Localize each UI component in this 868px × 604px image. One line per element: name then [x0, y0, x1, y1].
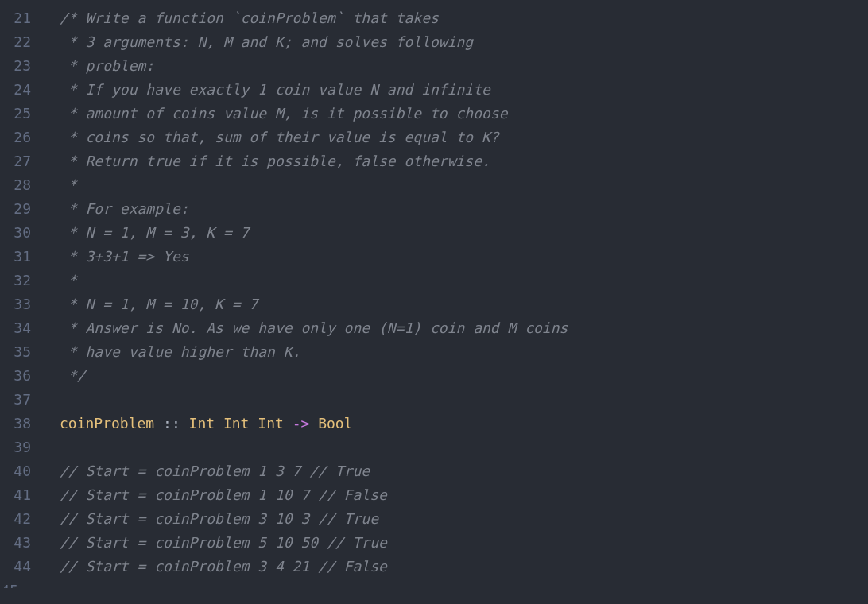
code-area[interactable]: /* Write a function `coinProblem` that t…	[44, 0, 868, 604]
code-line: * N = 1, M = 10, K = 7	[60, 292, 868, 316]
code-line: */	[60, 364, 868, 388]
line-comment: // Start = coinProblem 5 10 50 // True	[60, 534, 387, 551]
code-line	[60, 0, 868, 6]
line-number-gutter: 20 21 22 23 24 25 26 27 28 29 30 31 32 3…	[0, 0, 44, 604]
code-line: * For example:	[60, 197, 868, 221]
line-number: 23	[0, 54, 31, 78]
code-editor[interactable]: 20 21 22 23 24 25 26 27 28 29 30 31 32 3…	[0, 0, 868, 604]
code-line: * N = 1, M = 3, K = 7	[60, 221, 868, 245]
line-comment: // Start = coinProblem 3 10 3 // True	[60, 510, 378, 527]
block-comment: * have value higher than K.	[60, 343, 300, 360]
code-line	[60, 436, 868, 459]
type-operator: ::	[154, 415, 188, 432]
line-number: 43	[0, 531, 31, 555]
block-comment: */	[60, 367, 86, 384]
line-number: 21	[0, 6, 31, 30]
code-line: // Start = coinProblem 5 10 50 // True	[60, 531, 868, 555]
line-number: 38	[0, 412, 31, 436]
code-line: coinProblem :: Int Int Int -> Bool	[60, 412, 868, 436]
code-line	[60, 579, 868, 588]
block-comment: * If you have exactly 1 coin value N and…	[60, 81, 490, 98]
type: Int	[223, 415, 250, 432]
block-comment: * problem:	[60, 57, 154, 74]
line-number: 41	[0, 483, 31, 507]
line-number: 24	[0, 78, 31, 102]
line-number: 27	[0, 149, 31, 173]
block-comment: * 3+3+1 => Yes	[60, 248, 189, 265]
code-line: // Start = coinProblem 1 3 7 // True	[60, 459, 868, 483]
arrow-operator: ->	[293, 415, 310, 432]
code-line: * amount of coins value M, is it possibl…	[60, 102, 868, 126]
line-number: 22	[0, 30, 31, 54]
code-line: * Return true if it is possible, false o…	[60, 149, 868, 173]
line-comment: // Start = coinProblem 3 4 21 // False	[60, 558, 387, 575]
code-line: * problem:	[60, 54, 868, 78]
block-comment: * 3 arguments: N, M and K; and solves fo…	[60, 33, 473, 50]
block-comment: /* Write a function `coinProblem` that t…	[60, 10, 439, 26]
code-line	[60, 388, 868, 412]
code-line: * 3+3+1 => Yes	[60, 245, 868, 269]
code-line: // Start = coinProblem 3 4 21 // False	[60, 555, 868, 579]
line-number: 36	[0, 364, 31, 388]
line-number: 25	[0, 102, 31, 126]
block-comment: * N = 1, M = 10, K = 7	[60, 296, 258, 312]
line-number: 29	[0, 197, 31, 221]
line-number: 37	[0, 388, 31, 412]
indent-guide	[60, 6, 60, 602]
code-line: * 3 arguments: N, M and K; and solves fo…	[60, 30, 868, 54]
type: Int	[258, 415, 284, 432]
line-comment: // Start = coinProblem 1 3 7 // True	[60, 463, 370, 479]
line-number: 39	[0, 436, 31, 459]
code-line: * If you have exactly 1 coin value N and…	[60, 78, 868, 102]
block-comment: * Return true if it is possible, false o…	[60, 153, 490, 169]
line-number: 20	[0, 0, 31, 6]
block-comment: * coins so that, sum of their value is e…	[60, 129, 499, 145]
block-comment: * For example:	[60, 200, 189, 217]
line-number: 44	[0, 555, 31, 579]
type: Bool	[318, 415, 352, 432]
code-line: // Start = coinProblem 1 10 7 // False	[60, 483, 868, 507]
line-number: 31	[0, 245, 31, 269]
block-comment: * Answer is No. As we have only one (N=1…	[60, 319, 568, 336]
code-line: * Answer is No. As we have only one (N=1…	[60, 316, 868, 340]
code-line: * have value higher than K.	[60, 340, 868, 364]
block-comment: * amount of coins value M, is it possibl…	[60, 105, 508, 122]
line-number: 42	[0, 507, 31, 531]
code-line: // Start = coinProblem 3 10 3 // True	[60, 507, 868, 531]
function-name: coinProblem	[60, 415, 154, 432]
code-line: /* Write a function `coinProblem` that t…	[60, 6, 868, 30]
block-comment: * N = 1, M = 3, K = 7	[60, 224, 249, 241]
line-number: 28	[0, 173, 31, 197]
type: Int	[189, 415, 215, 432]
line-number: 40	[0, 459, 31, 483]
code-line: *	[60, 173, 868, 197]
block-comment: *	[60, 176, 77, 193]
code-line: *	[60, 269, 868, 292]
line-number: 35	[0, 340, 31, 364]
line-number: 26	[0, 126, 31, 149]
line-number: 45	[0, 579, 31, 588]
block-comment: *	[60, 272, 77, 288]
code-line: * coins so that, sum of their value is e…	[60, 126, 868, 149]
line-number: 30	[0, 221, 31, 245]
line-number: 32	[0, 269, 31, 292]
line-number: 33	[0, 292, 31, 316]
line-comment: // Start = coinProblem 1 10 7 // False	[60, 486, 387, 503]
line-number: 34	[0, 316, 31, 340]
